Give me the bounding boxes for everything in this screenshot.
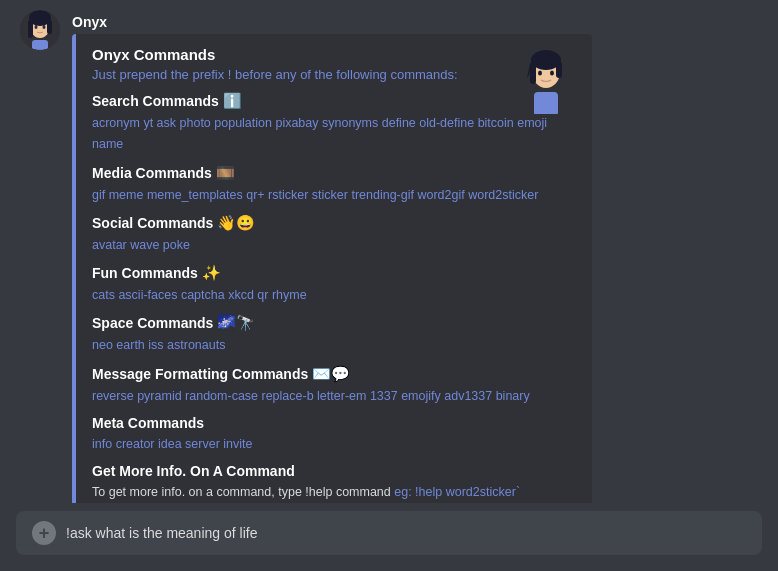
embed-title: Onyx Commands: [92, 46, 576, 63]
username-label: Onyx: [72, 14, 762, 30]
fun-badge: ✨: [202, 264, 221, 281]
section-title-meta: Meta Commands: [92, 415, 576, 431]
section-title-fun: Fun Commands ✨: [92, 264, 576, 282]
help-text-eg: eg: !help: [394, 485, 442, 499]
message-badge: ✉️💬: [312, 365, 350, 382]
section-title-message: Message Formatting Commands ✉️💬: [92, 365, 576, 383]
embed-thumbnail: [512, 46, 580, 114]
input-bar: +: [16, 511, 762, 555]
section-title-social: Social Commands 👋😀: [92, 214, 576, 232]
section-title-search: Search Commands ℹ️: [92, 92, 576, 110]
section-title-media: Media Commands 🎞️: [92, 164, 576, 182]
svg-rect-4: [47, 20, 52, 34]
section-commands-meta: info creator idea server invite: [92, 434, 576, 455]
help-title: Get More Info. On A Command: [92, 463, 576, 479]
svg-rect-15: [534, 92, 558, 114]
section-commands-space: neo earth iss astronauts: [92, 335, 576, 356]
avatar: [20, 10, 60, 50]
help-text-before: To get more info. on a command, type !he…: [92, 485, 391, 499]
svg-rect-12: [556, 62, 562, 78]
svg-point-6: [43, 25, 46, 29]
add-attachment-button[interactable]: +: [32, 521, 56, 545]
embed-card: Onyx Commands Just prepend the prefix ! …: [72, 34, 592, 503]
message-input[interactable]: [66, 525, 746, 541]
section-commands-social: avatar wave poke: [92, 235, 576, 256]
section-commands-search: acronym yt ask photo population pixabay …: [92, 113, 576, 156]
svg-point-13: [538, 71, 542, 76]
svg-rect-7: [32, 40, 48, 50]
embed-subtitle: Just prepend the prefix ! before any of …: [92, 67, 576, 82]
space-badge: 🌌🔭: [217, 314, 255, 331]
section-commands-message: reverse pyramid random-case replace-b le…: [92, 386, 576, 407]
help-text-after: word2sticker`: [446, 485, 520, 499]
section-commands-fun: cats ascii-faces captcha xkcd qr rhyme: [92, 285, 576, 306]
help-section: Get More Info. On A Command To get more …: [92, 463, 576, 503]
section-title-space: Space Commands 🌌🔭: [92, 314, 576, 332]
help-text: To get more info. on a command, type !he…: [92, 482, 576, 502]
search-badge: ℹ️: [223, 92, 242, 109]
chat-area: Onyx Onyx Commands: [0, 0, 778, 503]
social-badge: 👋😀: [217, 214, 255, 231]
svg-point-5: [35, 25, 38, 29]
svg-rect-3: [28, 20, 33, 38]
media-badge: 🎞️: [216, 164, 235, 181]
svg-rect-11: [530, 62, 536, 84]
message-container: Onyx Onyx Commands: [72, 10, 762, 503]
section-commands-media: gif meme meme_templates qr+ rsticker sti…: [92, 185, 576, 206]
svg-point-14: [550, 71, 554, 76]
